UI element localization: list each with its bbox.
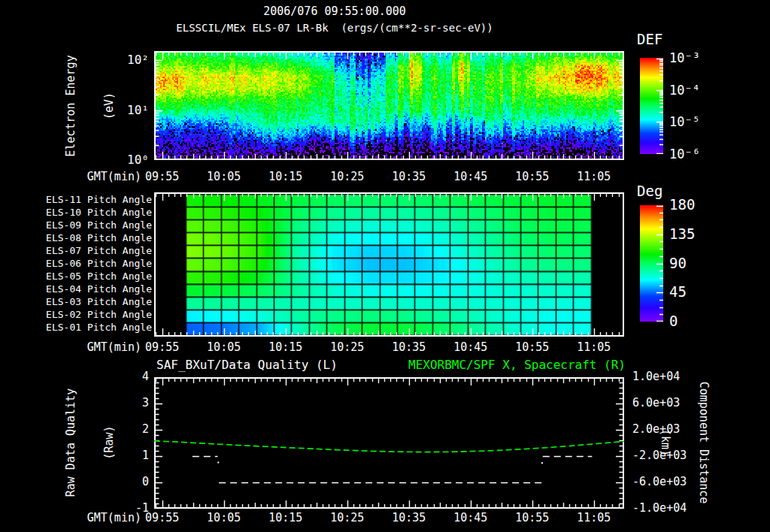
quality-tick-4: 4 [113, 370, 149, 383]
quality-tick-1: 1 [113, 449, 149, 462]
bottom-title-right: MEXORBMC/SPF X, Spacecraft (R) [361, 358, 626, 372]
gmt-tick-0-11:05: 11:05 [570, 171, 618, 183]
def-colorbar-canvas [640, 58, 663, 154]
quality-tick-0: 0 [113, 476, 149, 488]
gmt-tick-1-10:15: 10:15 [262, 341, 310, 354]
bottom-title-left: SAF_BXuT/Data Quality (L) [156, 358, 338, 372]
plot-screen: 2006/076 09:55:00.000 ELSSCIL/MEx ELS-07… [0, 0, 770, 532]
quality-tick-3: 3 [113, 397, 149, 410]
pitch-row-label-9: ELS-09 Pitch Angle [30, 220, 152, 231]
ylabel-electron-energy-line1: Electron Energy [65, 23, 77, 189]
def-cbar-tick-1: 10⁻⁴ [669, 83, 700, 98]
gmt-tick-1-09:55: 09:55 [138, 341, 186, 354]
distance-tick-0: 1.0e+04 [632, 370, 680, 383]
deg-cbar-tick-2: 90 [669, 255, 687, 272]
pitch-row-label-7: ELS-07 Pitch Angle [30, 246, 152, 257]
gmt-tick-0-09:55: 09:55 [138, 171, 186, 183]
deg-cbar-tick-0: 180 [669, 197, 695, 213]
distance-tick-2: 2.0e+03 [632, 423, 680, 436]
gmt-tick-0-10:45: 10:45 [447, 171, 495, 183]
energy-tick-0: 10² [107, 53, 149, 67]
def-cbar-tick-2: 10⁻⁵ [669, 115, 700, 130]
gmt-tick-0-10:05: 10:05 [200, 171, 248, 183]
pitch-angle-panel-canvas [154, 192, 624, 337]
pitch-row-label-2: ELS-02 Pitch Angle [30, 310, 152, 321]
gmt-tick-1-10:35: 10:35 [385, 341, 433, 354]
quality-tick-2: 2 [113, 423, 149, 436]
gmt-tick-0-10:15: 10:15 [262, 171, 310, 183]
ylabel-component-distance-line1: Component Distance [697, 360, 710, 525]
gmt-tick-0-10:35: 10:35 [385, 171, 433, 183]
gmt-tick-1-10:25: 10:25 [323, 341, 371, 354]
gmt-tick-1-10:45: 10:45 [447, 341, 495, 354]
ylabel-component-distance-line2: (km) [659, 360, 671, 525]
ylabel-electron-energy: Electron Energy (eV) [38, 23, 64, 189]
distance-tick-4: -6.0e+03 [632, 476, 687, 488]
quality-tick--1: -1 [113, 502, 149, 515]
gmt-tick-0-10:55: 10:55 [508, 171, 556, 183]
plot-title-datetime: 2006/076 09:55:00.000 [120, 5, 549, 18]
gmt-tick-2-10:15: 10:15 [262, 512, 310, 524]
pitch-row-label-4: ELS-04 Pitch Angle [30, 284, 152, 295]
deg-cbar-tick-3: 45 [669, 284, 687, 301]
gmt-tick-2-11:05: 11:05 [570, 512, 618, 524]
distance-tick-1: 6.0e+03 [632, 397, 680, 410]
pitch-row-label-6: ELS-06 Pitch Angle [30, 258, 152, 270]
def-cbar-tick-0: 10⁻³ [669, 51, 700, 66]
def-cbar-tick-3: 10⁻⁶ [669, 147, 700, 162]
gmt-tick-2-10:45: 10:45 [447, 512, 495, 524]
deg-cbar-tick-4: 0 [669, 313, 678, 330]
pitch-row-label-1: ELS-01 Pitch Angle [30, 322, 152, 334]
gmt-tick-1-10:05: 10:05 [200, 341, 248, 354]
gmt-tick-0-10:25: 10:25 [323, 171, 371, 183]
ylabel-component-distance: Component Distance (km) [711, 360, 736, 525]
gmt-tick-1-10:55: 10:55 [508, 341, 556, 354]
ylabel-raw-data-quality-line1: Raw Data Quality [65, 360, 77, 525]
pitch-row-label-8: ELS-08 Pitch Angle [30, 233, 152, 244]
gmt-caption-middle: GMT(min) [66, 341, 141, 354]
pitch-row-label-3: ELS-03 Pitch Angle [30, 297, 152, 308]
colorbar-deg-title: Deg [637, 183, 662, 200]
electron-energy-spectrogram-canvas [154, 51, 624, 160]
ylabel-raw-data-quality: Raw Data Quality (Raw) [38, 360, 64, 525]
colorbar-def-title: DEF [637, 32, 662, 48]
deg-cbar-tick-1: 135 [669, 226, 695, 243]
pitch-row-label-10: ELS-10 Pitch Angle [30, 207, 152, 219]
gmt-tick-1-11:05: 11:05 [570, 341, 618, 354]
gmt-tick-2-10:55: 10:55 [508, 512, 556, 524]
energy-tick-2: 10⁰ [107, 153, 149, 167]
energy-tick-1: 10¹ [107, 104, 149, 117]
distance-tick-3: -2.0e+03 [632, 449, 687, 462]
distance-tick-5: -1.0e+04 [632, 502, 687, 515]
quality-distance-plot-canvas [154, 377, 624, 509]
deg-colorbar-canvas [640, 205, 663, 322]
ylabel-raw-data-quality-line2: (Raw) [103, 360, 116, 525]
plot-title-instrument: ELSSCIL/MEx ELS-07 LR-Bk (ergs/(cm**2-sr… [120, 22, 549, 34]
gmt-tick-2-10:05: 10:05 [200, 512, 248, 524]
gmt-tick-2-10:35: 10:35 [385, 512, 433, 524]
pitch-row-label-5: ELS-05 Pitch Angle [30, 271, 152, 283]
pitch-row-label-11: ELS-11 Pitch Angle [30, 195, 152, 206]
gmt-tick-2-10:25: 10:25 [323, 512, 371, 524]
